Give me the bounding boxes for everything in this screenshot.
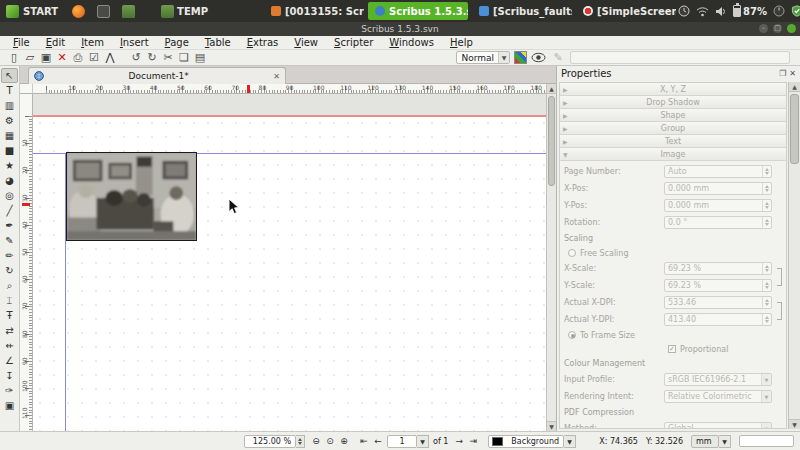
panel-scrollbar[interactable]: ▲ ▼ (788, 82, 800, 429)
edit-in-preview-icon[interactable]: ✎ (550, 51, 566, 65)
battery-indicator[interactable]: 87% (733, 5, 767, 17)
unit-dropdown-icon[interactable]: ▼ (719, 435, 731, 448)
panel-float-icon[interactable]: ❐ (779, 69, 786, 78)
y-pos-field[interactable]: 0.000 mm (664, 199, 772, 212)
section-image[interactable]: ▼Image (560, 148, 786, 161)
screenshot-launcher[interactable] (91, 0, 116, 22)
rotation-spin-buttons[interactable] (762, 217, 771, 228)
panel-close-icon[interactable]: ✕ (789, 69, 796, 78)
y-pos-spin-buttons[interactable] (762, 200, 771, 211)
menu-view[interactable]: View (287, 37, 325, 48)
section-drop-shadow[interactable]: ▶Drop Shadow (560, 96, 786, 109)
link-text-frames-tool[interactable]: ⇄ (1, 323, 18, 338)
menu-file[interactable]: File (6, 37, 37, 48)
image-frame[interactable] (66, 152, 197, 241)
start-button[interactable]: START (0, 0, 66, 22)
save-icon[interactable]: ▣ (38, 51, 54, 65)
zoom-level-field[interactable]: 125.00 % (244, 435, 296, 448)
temp-folder-button[interactable]: TEMP (155, 0, 214, 22)
preview-mode-eye-icon[interactable] (531, 52, 546, 63)
taskbar-window-2[interactable]: [Scribus_faults.... (472, 2, 572, 20)
panel-scroll-down-icon[interactable]: ▼ (789, 419, 800, 429)
menu-help[interactable]: Help (443, 37, 480, 48)
zoom-out-icon[interactable]: ⊖ (309, 434, 323, 448)
section-shape[interactable]: ▶Shape (560, 109, 786, 122)
x-pos-field[interactable]: 0.000 mm (664, 182, 772, 195)
text-frame-tool[interactable]: T (1, 83, 18, 98)
compression-method-field[interactable]: Global▼ (664, 422, 772, 429)
input-profile-field[interactable]: sRGB IEC61966-2.1▼ (664, 373, 772, 386)
zoom-100-icon[interactable]: ⊙ (323, 434, 337, 448)
undo-icon[interactable]: ↺ (128, 51, 144, 65)
unit-select[interactable]: mm (691, 435, 719, 448)
x-scale-spin-buttons[interactable] (762, 263, 771, 274)
menu-item[interactable]: Item (74, 37, 111, 48)
layer-dropdown-icon[interactable]: ▼ (564, 435, 576, 448)
menu-windows[interactable]: Windows (382, 37, 441, 48)
page-number-field[interactable]: 1 (387, 435, 417, 448)
last-page-icon[interactable]: ⇥ (466, 434, 480, 448)
layer-indicator[interactable]: Background (488, 435, 564, 448)
new-document-icon[interactable]: ▯ (6, 51, 22, 65)
wifi-icon[interactable] (696, 6, 709, 17)
layer-select[interactable]: Normal ▼ (456, 51, 510, 64)
shape-tool[interactable]: ■ (1, 143, 18, 158)
scroll-up-icon[interactable]: ▲ (547, 84, 556, 94)
eyedropper-tool[interactable]: ✑ (1, 383, 18, 398)
canvas-scroll-thumb[interactable] (548, 96, 555, 186)
minimize-button[interactable]: – (759, 24, 768, 33)
bezier-curve-tool[interactable]: ✒ (1, 218, 18, 233)
window-titlebar[interactable]: Scribus 1.5.3.svn – □ (0, 22, 800, 36)
document-tab[interactable]: Document-1* ✕ (28, 67, 286, 84)
ruler-corner[interactable] (20, 84, 33, 94)
previous-page-icon[interactable]: ← (371, 434, 385, 448)
taskbar-window-3[interactable]: [SimpleScreenR... (576, 2, 676, 20)
page-number-spin-buttons[interactable] (762, 166, 771, 177)
taskbar-window-0[interactable]: [0013155: Scrib... (264, 2, 364, 20)
next-page-icon[interactable]: → (452, 434, 466, 448)
rendering-intent-field[interactable]: Relative Colorimetric▼ (664, 390, 772, 403)
to-frame-size-radio[interactable] (568, 331, 576, 339)
rotate-item-tool[interactable]: ↻ (1, 263, 18, 278)
print-icon[interactable]: ⎙ (70, 51, 86, 65)
y-scale-spin-buttons[interactable] (762, 280, 771, 291)
line-tool[interactable]: ╱ (1, 203, 18, 218)
color-management-toggle-icon[interactable] (514, 51, 527, 64)
polygon-tool[interactable]: ★ (1, 158, 18, 173)
story-editor-tool[interactable]: Ŧ (1, 308, 18, 323)
zoom-spin-buttons[interactable] (296, 435, 305, 448)
arc-tool[interactable]: ◕ (1, 173, 18, 188)
preflight-verifier-icon[interactable]: ☑ (86, 51, 102, 65)
page-number-field[interactable]: Auto (664, 165, 772, 178)
actual-y-dpi-field[interactable]: 413.40 (664, 313, 772, 326)
select-tool[interactable]: ↖ (1, 68, 18, 83)
menu-page[interactable]: Page (158, 37, 196, 48)
panel-scroll-thumb[interactable] (790, 94, 799, 164)
freehand-line-tool[interactable]: ✎ (1, 233, 18, 248)
firefox-launcher[interactable] (66, 0, 91, 22)
horizontal-ruler[interactable]: 1020304050607080901001101201301401501601… (33, 84, 546, 94)
proportional-checkbox[interactable]: ✓ (668, 345, 676, 353)
rotation-field[interactable]: 0.0 ° (664, 216, 772, 229)
quick-search-field[interactable] (570, 51, 790, 64)
tab-close-icon[interactable]: ✕ (273, 72, 280, 81)
redo-icon[interactable]: ↻ (144, 51, 160, 65)
x-scale-field[interactable]: 69.23 % (664, 262, 772, 275)
pdf-tools[interactable]: ▣ (1, 398, 18, 413)
menu-edit[interactable]: Edit (39, 37, 72, 48)
pdf-export-icon[interactable]: ⋀ (102, 51, 118, 65)
zoom-in-icon[interactable]: ⊕ (337, 434, 351, 448)
calligraphic-line-tool[interactable]: ✏ (1, 248, 18, 263)
power-icon[interactable] (773, 5, 785, 17)
actual-y-dpi-spin-buttons[interactable] (762, 314, 771, 325)
unlink-text-frames-tool[interactable]: ⇷ (1, 338, 18, 353)
vertical-ruler[interactable]: 102030405060708090100110 (20, 94, 33, 431)
taskbar-window-1[interactable]: Scribus 1.5.3.svn (368, 2, 468, 20)
render-frame-tool[interactable]: ⚙ (1, 113, 18, 128)
shield-update-icon[interactable] (791, 5, 800, 17)
canvas-vertical-scrollbar[interactable]: ▲ ▼ (546, 84, 556, 431)
section-group[interactable]: ▶Group (560, 122, 786, 135)
y-scale-field[interactable]: 69.23 % (664, 279, 772, 292)
close-window-button[interactable] (787, 24, 796, 33)
maximize-button[interactable]: □ (773, 24, 782, 33)
